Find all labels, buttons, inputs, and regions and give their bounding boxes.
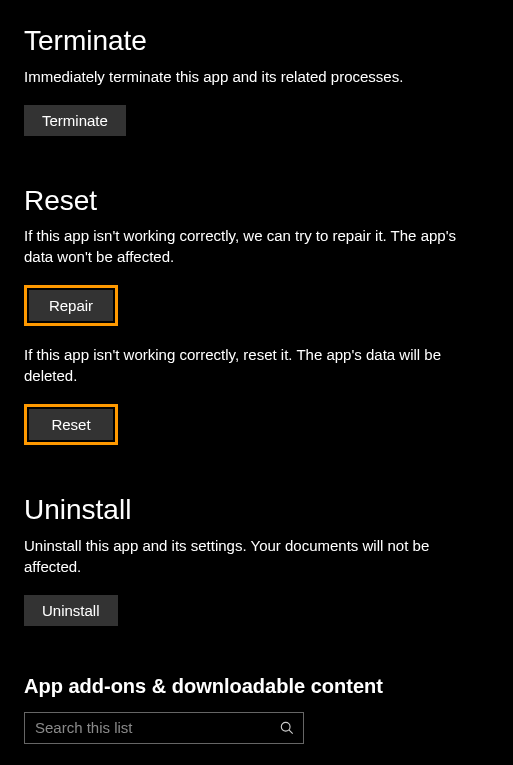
uninstall-button[interactable]: Uninstall — [24, 595, 118, 626]
uninstall-button-wrapper: Uninstall — [24, 595, 118, 626]
search-box[interactable] — [24, 712, 304, 744]
search-icon[interactable] — [271, 712, 303, 744]
uninstall-section: Uninstall Uninstall this app and its set… — [24, 493, 489, 626]
reset-section: Reset If this app isn't working correctl… — [24, 184, 489, 446]
terminate-title: Terminate — [24, 24, 489, 58]
repair-button[interactable]: Repair — [29, 290, 113, 321]
terminate-desc: Immediately terminate this app and its r… — [24, 66, 489, 87]
terminate-button[interactable]: Terminate — [24, 105, 126, 136]
reset-button-highlight: Reset — [24, 404, 118, 445]
repair-button-highlight: Repair — [24, 285, 118, 326]
reset-button[interactable]: Reset — [29, 409, 113, 440]
search-input[interactable] — [25, 713, 271, 742]
addons-title: App add-ons & downloadable content — [24, 674, 489, 698]
reset-desc: If this app isn't working correctly, res… — [24, 344, 489, 386]
terminate-section: Terminate Immediately terminate this app… — [24, 24, 489, 136]
svg-line-1 — [289, 730, 293, 734]
reset-title: Reset — [24, 184, 489, 218]
svg-point-0 — [281, 722, 290, 731]
terminate-button-wrapper: Terminate — [24, 105, 126, 136]
repair-desc: If this app isn't working correctly, we … — [24, 225, 489, 267]
uninstall-desc: Uninstall this app and its settings. You… — [24, 535, 489, 577]
uninstall-title: Uninstall — [24, 493, 489, 527]
addons-section: App add-ons & downloadable content Sort … — [24, 674, 489, 765]
